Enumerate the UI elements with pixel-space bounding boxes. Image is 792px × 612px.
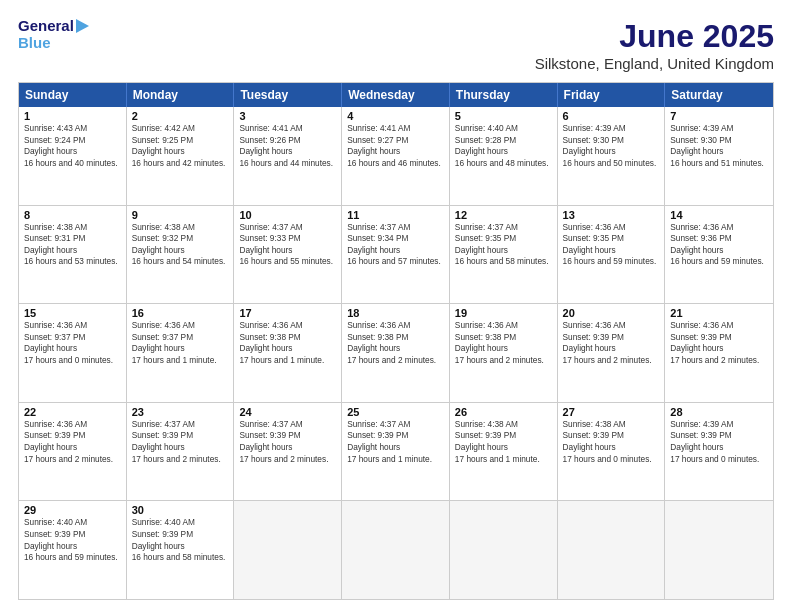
cell-day-number: 14: [670, 209, 768, 221]
cell-day-number: 10: [239, 209, 336, 221]
calendar-subtitle: Silkstone, England, United Kingdom: [535, 55, 774, 72]
calendar-cell: 16 Sunrise: 4:36 AM Sunset: 9:37 PM Dayl…: [127, 304, 235, 402]
cell-day-number: 6: [563, 110, 660, 122]
calendar-cell: 20 Sunrise: 4:36 AM Sunset: 9:39 PM Dayl…: [558, 304, 666, 402]
cell-info: Sunrise: 4:37 AM Sunset: 9:39 PM Dayligh…: [132, 419, 229, 465]
logo-text-blue: Blue: [18, 35, 51, 52]
calendar: SundayMondayTuesdayWednesdayThursdayFrid…: [18, 82, 774, 600]
cell-info: Sunrise: 4:36 AM Sunset: 9:38 PM Dayligh…: [239, 320, 336, 366]
cell-info: Sunrise: 4:38 AM Sunset: 9:39 PM Dayligh…: [563, 419, 660, 465]
cell-day-number: 11: [347, 209, 444, 221]
cell-info: Sunrise: 4:39 AM Sunset: 9:30 PM Dayligh…: [563, 123, 660, 169]
cell-info: Sunrise: 4:37 AM Sunset: 9:33 PM Dayligh…: [239, 222, 336, 268]
calendar-week-1: 1 Sunrise: 4:43 AM Sunset: 9:24 PM Dayli…: [19, 107, 773, 206]
calendar-cell: [234, 501, 342, 599]
cell-day-number: 18: [347, 307, 444, 319]
calendar-cell: 27 Sunrise: 4:38 AM Sunset: 9:39 PM Dayl…: [558, 403, 666, 501]
cell-info: Sunrise: 4:36 AM Sunset: 9:37 PM Dayligh…: [132, 320, 229, 366]
calendar-cell: [450, 501, 558, 599]
cell-info: Sunrise: 4:40 AM Sunset: 9:28 PM Dayligh…: [455, 123, 552, 169]
calendar-cell: 29 Sunrise: 4:40 AM Sunset: 9:39 PM Dayl…: [19, 501, 127, 599]
cell-day-number: 4: [347, 110, 444, 122]
cell-info: Sunrise: 4:42 AM Sunset: 9:25 PM Dayligh…: [132, 123, 229, 169]
calendar-cell: 25 Sunrise: 4:37 AM Sunset: 9:39 PM Dayl…: [342, 403, 450, 501]
cell-day-number: 1: [24, 110, 121, 122]
cell-info: Sunrise: 4:36 AM Sunset: 9:39 PM Dayligh…: [563, 320, 660, 366]
cell-day-number: 27: [563, 406, 660, 418]
calendar-cell: [665, 501, 773, 599]
calendar-week-4: 22 Sunrise: 4:36 AM Sunset: 9:39 PM Dayl…: [19, 403, 773, 502]
cell-info: Sunrise: 4:38 AM Sunset: 9:32 PM Dayligh…: [132, 222, 229, 268]
cell-day-number: 5: [455, 110, 552, 122]
cell-info: Sunrise: 4:36 AM Sunset: 9:37 PM Dayligh…: [24, 320, 121, 366]
cell-day-number: 30: [132, 504, 229, 516]
logo-arrow-icon: [76, 19, 89, 33]
cell-info: Sunrise: 4:38 AM Sunset: 9:31 PM Dayligh…: [24, 222, 121, 268]
calendar-cell: 3 Sunrise: 4:41 AM Sunset: 9:26 PM Dayli…: [234, 107, 342, 205]
calendar-cell: 26 Sunrise: 4:38 AM Sunset: 9:39 PM Dayl…: [450, 403, 558, 501]
cell-info: Sunrise: 4:37 AM Sunset: 9:39 PM Dayligh…: [347, 419, 444, 465]
calendar-header-row: SundayMondayTuesdayWednesdayThursdayFrid…: [19, 83, 773, 107]
calendar-cell: 28 Sunrise: 4:39 AM Sunset: 9:39 PM Dayl…: [665, 403, 773, 501]
calendar-week-3: 15 Sunrise: 4:36 AM Sunset: 9:37 PM Dayl…: [19, 304, 773, 403]
calendar-cell: 23 Sunrise: 4:37 AM Sunset: 9:39 PM Dayl…: [127, 403, 235, 501]
header-cell-tuesday: Tuesday: [234, 83, 342, 107]
calendar-cell: 11 Sunrise: 4:37 AM Sunset: 9:34 PM Dayl…: [342, 206, 450, 304]
cell-day-number: 23: [132, 406, 229, 418]
cell-info: Sunrise: 4:41 AM Sunset: 9:27 PM Dayligh…: [347, 123, 444, 169]
header-cell-friday: Friday: [558, 83, 666, 107]
calendar-cell: 30 Sunrise: 4:40 AM Sunset: 9:39 PM Dayl…: [127, 501, 235, 599]
cell-info: Sunrise: 4:37 AM Sunset: 9:39 PM Dayligh…: [239, 419, 336, 465]
calendar-cell: 21 Sunrise: 4:36 AM Sunset: 9:39 PM Dayl…: [665, 304, 773, 402]
cell-info: Sunrise: 4:36 AM Sunset: 9:39 PM Dayligh…: [24, 419, 121, 465]
cell-day-number: 26: [455, 406, 552, 418]
cell-info: Sunrise: 4:36 AM Sunset: 9:36 PM Dayligh…: [670, 222, 768, 268]
calendar-cell: [558, 501, 666, 599]
cell-day-number: 19: [455, 307, 552, 319]
logo: General Blue: [18, 18, 89, 51]
calendar-cell: 10 Sunrise: 4:37 AM Sunset: 9:33 PM Dayl…: [234, 206, 342, 304]
cell-day-number: 20: [563, 307, 660, 319]
calendar-week-2: 8 Sunrise: 4:38 AM Sunset: 9:31 PM Dayli…: [19, 206, 773, 305]
cell-info: Sunrise: 4:39 AM Sunset: 9:39 PM Dayligh…: [670, 419, 768, 465]
cell-info: Sunrise: 4:38 AM Sunset: 9:39 PM Dayligh…: [455, 419, 552, 465]
cell-day-number: 28: [670, 406, 768, 418]
calendar-title: June 2025: [535, 18, 774, 55]
calendar-week-5: 29 Sunrise: 4:40 AM Sunset: 9:39 PM Dayl…: [19, 501, 773, 599]
cell-info: Sunrise: 4:37 AM Sunset: 9:35 PM Dayligh…: [455, 222, 552, 268]
cell-day-number: 2: [132, 110, 229, 122]
cell-info: Sunrise: 4:40 AM Sunset: 9:39 PM Dayligh…: [24, 517, 121, 563]
cell-day-number: 9: [132, 209, 229, 221]
calendar-cell: 9 Sunrise: 4:38 AM Sunset: 9:32 PM Dayli…: [127, 206, 235, 304]
cell-day-number: 16: [132, 307, 229, 319]
header-cell-thursday: Thursday: [450, 83, 558, 107]
cell-info: Sunrise: 4:37 AM Sunset: 9:34 PM Dayligh…: [347, 222, 444, 268]
cell-day-number: 17: [239, 307, 336, 319]
calendar-cell: 22 Sunrise: 4:36 AM Sunset: 9:39 PM Dayl…: [19, 403, 127, 501]
page: General Blue June 2025 Silkstone, Englan…: [0, 0, 792, 612]
cell-info: Sunrise: 4:41 AM Sunset: 9:26 PM Dayligh…: [239, 123, 336, 169]
calendar-cell: 18 Sunrise: 4:36 AM Sunset: 9:38 PM Dayl…: [342, 304, 450, 402]
calendar-cell: 12 Sunrise: 4:37 AM Sunset: 9:35 PM Dayl…: [450, 206, 558, 304]
cell-day-number: 15: [24, 307, 121, 319]
cell-info: Sunrise: 4:36 AM Sunset: 9:38 PM Dayligh…: [347, 320, 444, 366]
header-cell-sunday: Sunday: [19, 83, 127, 107]
cell-day-number: 29: [24, 504, 121, 516]
cell-day-number: 12: [455, 209, 552, 221]
calendar-cell: 24 Sunrise: 4:37 AM Sunset: 9:39 PM Dayl…: [234, 403, 342, 501]
calendar-cell: 14 Sunrise: 4:36 AM Sunset: 9:36 PM Dayl…: [665, 206, 773, 304]
cell-day-number: 7: [670, 110, 768, 122]
calendar-cell: 6 Sunrise: 4:39 AM Sunset: 9:30 PM Dayli…: [558, 107, 666, 205]
calendar-cell: 15 Sunrise: 4:36 AM Sunset: 9:37 PM Dayl…: [19, 304, 127, 402]
cell-day-number: 13: [563, 209, 660, 221]
cell-day-number: 22: [24, 406, 121, 418]
cell-info: Sunrise: 4:36 AM Sunset: 9:35 PM Dayligh…: [563, 222, 660, 268]
calendar-cell: 1 Sunrise: 4:43 AM Sunset: 9:24 PM Dayli…: [19, 107, 127, 205]
calendar-cell: 8 Sunrise: 4:38 AM Sunset: 9:31 PM Dayli…: [19, 206, 127, 304]
logo-text-general: General: [18, 18, 74, 35]
cell-day-number: 24: [239, 406, 336, 418]
cell-info: Sunrise: 4:43 AM Sunset: 9:24 PM Dayligh…: [24, 123, 121, 169]
calendar-cell: [342, 501, 450, 599]
calendar-cell: 19 Sunrise: 4:36 AM Sunset: 9:38 PM Dayl…: [450, 304, 558, 402]
cell-day-number: 25: [347, 406, 444, 418]
